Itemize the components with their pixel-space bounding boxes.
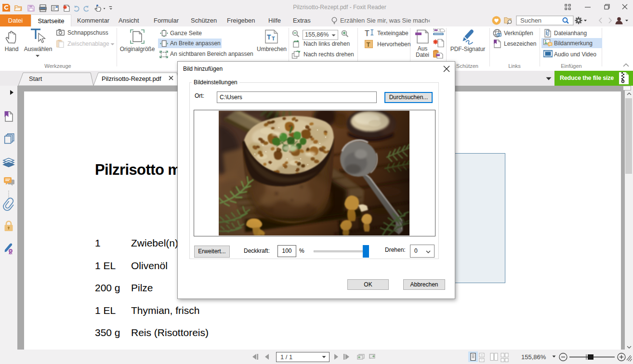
svg-text:Start: Start	[29, 75, 42, 82]
svg-text:T: T	[365, 29, 369, 38]
svg-text:T: T	[367, 41, 370, 48]
svg-text:Pilzrisotto-Rezept.pdf: Pilzrisotto-Rezept.pdf	[102, 75, 161, 82]
svg-text:T: T	[267, 33, 271, 41]
svg-text:Suchen: Suchen	[520, 17, 541, 24]
svg-text:T: T	[272, 36, 275, 41]
